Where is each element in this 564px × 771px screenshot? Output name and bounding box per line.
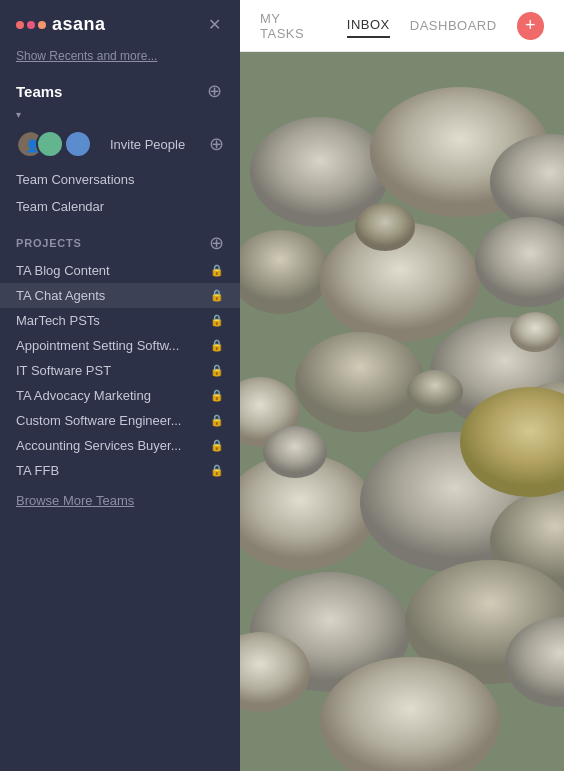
show-recents-link[interactable]: Show Recents and more... (0, 49, 240, 71)
avatar-3 (64, 130, 92, 158)
projects-section-header: PROJECTS ⊕ (0, 220, 240, 258)
project-name: MarTech PSTs (16, 313, 204, 328)
tab-inbox[interactable]: INBOX (347, 13, 390, 38)
avatar-2 (36, 130, 64, 158)
project-item-accounting-services-buyer[interactable]: Accounting Services Buyer... 🔒 (0, 433, 240, 458)
dot-pink (27, 21, 35, 29)
project-item-martech-psts[interactable]: MarTech PSTs 🔒 (0, 308, 240, 333)
background-image-area (240, 52, 564, 771)
browse-more-teams-link[interactable]: Browse More Teams (0, 485, 240, 516)
project-item-ta-advocacy-marketing[interactable]: TA Advocacy Marketing 🔒 (0, 383, 240, 408)
svg-point-22 (263, 426, 327, 478)
svg-point-20 (355, 203, 415, 251)
asana-dots (16, 21, 46, 29)
lock-icon: 🔒 (210, 439, 224, 452)
team-calendar-link[interactable]: Team Calendar (0, 193, 240, 220)
projects-label: PROJECTS (16, 237, 82, 249)
lock-icon: 🔒 (210, 414, 224, 427)
project-name: IT Software PST (16, 363, 204, 378)
lock-icon: 🔒 (210, 464, 224, 477)
top-nav: MY TASKS INBOX DASHBOARD + (240, 0, 564, 52)
dot-red (16, 21, 24, 29)
tab-dashboard[interactable]: DASHBOARD (410, 14, 497, 37)
dot-orange (38, 21, 46, 29)
project-name: TA Blog Content (16, 263, 204, 278)
teams-label: Teams (16, 83, 62, 100)
teams-section-header: Teams ⊕ (0, 71, 240, 107)
project-name: TA Advocacy Marketing (16, 388, 204, 403)
project-item-it-software-pst[interactable]: IT Software PST 🔒 (0, 358, 240, 383)
rocks-illustration (240, 52, 564, 771)
lock-icon: 🔒 (210, 289, 224, 302)
avatar-stack: 👤 (16, 130, 92, 158)
asana-logo: asana (16, 14, 106, 35)
logo-bar: asana ✕ (0, 0, 240, 49)
project-name: Accounting Services Buyer... (16, 438, 204, 453)
invite-area: 👤 Invite People ⊕ (0, 122, 240, 166)
teams-chevron-icon[interactable]: ▾ (0, 107, 240, 122)
lock-icon: 🔒 (210, 314, 224, 327)
lock-icon: 🔒 (210, 264, 224, 277)
lock-icon: 🔒 (210, 389, 224, 402)
lock-icon: 🔒 (210, 364, 224, 377)
lock-icon: 🔒 (210, 339, 224, 352)
project-name: Appointment Setting Softw... (16, 338, 204, 353)
close-button[interactable]: ✕ (204, 15, 224, 35)
project-item-custom-software-engineer[interactable]: Custom Software Engineer... 🔒 (0, 408, 240, 433)
add-project-button[interactable]: ⊕ (209, 232, 224, 254)
app-name: asana (52, 14, 106, 35)
sidebar: asana ✕ Show Recents and more... Teams ⊕… (0, 0, 240, 771)
create-task-button[interactable]: + (517, 12, 544, 40)
tab-my-tasks[interactable]: MY TASKS (260, 7, 327, 45)
invite-plus-button[interactable]: ⊕ (209, 133, 224, 155)
project-item-appointment-setting[interactable]: Appointment Setting Softw... 🔒 (0, 333, 240, 358)
svg-point-21 (407, 370, 463, 414)
add-team-button[interactable]: ⊕ (204, 81, 224, 101)
team-conversations-link[interactable]: Team Conversations (0, 166, 240, 193)
project-item-ta-blog-content[interactable]: TA Blog Content 🔒 (0, 258, 240, 283)
projects-list: TA Blog Content 🔒 TA Chat Agents 🔒 MarTe… (0, 258, 240, 483)
svg-point-23 (510, 312, 560, 352)
project-name: TA Chat Agents (16, 288, 204, 303)
project-name: TA FFB (16, 463, 204, 478)
project-item-ta-chat-agents[interactable]: TA Chat Agents 🔒 (0, 283, 240, 308)
svg-point-7 (295, 332, 425, 432)
project-item-ta-ffb[interactable]: TA FFB 🔒 (0, 458, 240, 483)
project-name: Custom Software Engineer... (16, 413, 204, 428)
invite-people-link[interactable]: Invite People (110, 137, 185, 152)
main-content: MY TASKS INBOX DASHBOARD + (240, 0, 564, 771)
